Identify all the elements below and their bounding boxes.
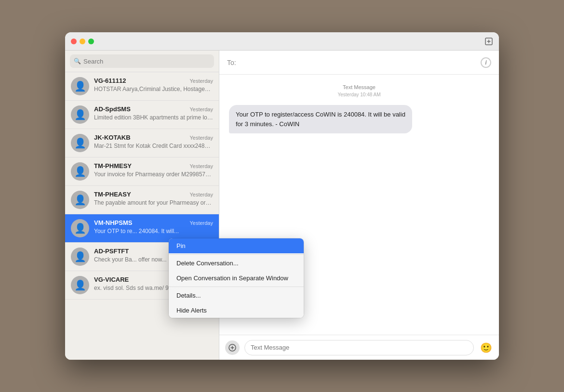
- person-icon: 👤: [74, 251, 86, 262]
- conversation-details: VG-611112 Yesterday HOTSTAR Aarya,Crimin…: [94, 77, 213, 93]
- sender-name: AD-SpdSMS: [94, 105, 131, 113]
- avatar: 👤: [71, 276, 89, 294]
- conversation-details: AD-SpdSMS Yesterday Limited edition 3BHK…: [94, 105, 213, 122]
- conversation-preview: Mar-21 Stmt for Kotak Credit Card xxxx24…: [94, 142, 213, 150]
- to-label: To:: [227, 59, 236, 66]
- sender-name: JK-KOTAKB: [94, 134, 131, 141]
- conversation-preview: Your invoice for Pharmeasy order M299857…: [94, 170, 213, 179]
- maximize-button[interactable]: [88, 39, 94, 44]
- traffic-lights: [71, 39, 94, 44]
- person-icon: 👤: [74, 279, 86, 291]
- avatar: 👤: [71, 248, 89, 266]
- title-bar: [65, 32, 499, 51]
- context-menu-item-details[interactable]: Details...: [169, 288, 304, 303]
- conversation-details: TM-PHEASY Yesterday The payable amount f…: [94, 191, 213, 207]
- search-wrapper: 🔍: [70, 54, 214, 68]
- list-item[interactable]: 👤 JK-KOTAKB Yesterday Mar-21 Stmt for Ko…: [65, 129, 219, 157]
- search-bar: 🔍: [65, 51, 219, 72]
- message-time-label: Yesterday 10:48 AM: [337, 92, 380, 97]
- conversation-time: Yesterday: [189, 135, 213, 141]
- list-item[interactable]: 👤 TM-PHEASY Yesterday The payable amount…: [65, 186, 219, 214]
- context-menu-divider: [169, 287, 304, 287]
- conversation-header: VG-611112 Yesterday: [94, 77, 213, 84]
- conversation-preview: HOTSTAR Aarya,Criminal Justice, Hostages…: [94, 85, 213, 93]
- sender-name: TM-PHMESY: [94, 162, 132, 170]
- conversation-header: TM-PHEASY Yesterday: [94, 191, 213, 198]
- compose-button[interactable]: [484, 37, 493, 46]
- emoji-button[interactable]: 🙂: [479, 340, 493, 355]
- conversation-details: JK-KOTAKB Yesterday Mar-21 Stmt for Kota…: [94, 134, 213, 150]
- conversation-time: Yesterday: [189, 192, 213, 197]
- sender-name: VG-611112: [94, 77, 126, 84]
- conversation-header: AD-SpdSMS Yesterday: [94, 105, 213, 113]
- person-icon: 👤: [74, 194, 86, 206]
- person-icon: 👤: [74, 166, 86, 177]
- message-input[interactable]: [244, 340, 474, 355]
- avatar: 👤: [71, 105, 89, 124]
- search-icon: 🔍: [74, 58, 81, 65]
- minimize-button[interactable]: [80, 39, 85, 44]
- person-icon: 👤: [74, 222, 86, 234]
- to-field: To:: [227, 59, 236, 66]
- sender-name: TM-PHEASY: [94, 191, 131, 198]
- conversation-details: TM-PHMESY Yesterday Your invoice for Pha…: [94, 162, 213, 179]
- close-button[interactable]: [71, 39, 77, 44]
- person-icon: 👤: [74, 137, 86, 149]
- conversation-details: VM-NHPSMS Yesterday Your OTP to re... 24…: [94, 219, 213, 235]
- avatar: 👤: [71, 191, 89, 209]
- conversation-time: Yesterday: [189, 78, 213, 84]
- conversation-time: Yesterday: [189, 220, 213, 226]
- list-item[interactable]: 👤 TM-PHMESY Yesterday Your invoice for P…: [65, 157, 219, 186]
- context-menu-item-pin[interactable]: Pin: [169, 238, 304, 253]
- context-menu-item-open-separate[interactable]: Open Conversation in Separate Window: [169, 271, 304, 286]
- conversation-header: TM-PHMESY Yesterday: [94, 162, 213, 170]
- conversation-time: Yesterday: [189, 163, 213, 169]
- list-item[interactable]: 👤 AD-SpdSMS Yesterday Limited edition 3B…: [65, 101, 219, 129]
- context-menu-item-hide-alerts[interactable]: Hide Alerts: [169, 303, 304, 318]
- person-icon: 👤: [74, 80, 86, 92]
- add-attachment-button[interactable]: [225, 340, 240, 355]
- chat-input-bar: 🙂: [219, 335, 499, 360]
- search-input[interactable]: [70, 54, 214, 68]
- context-menu: Pin Delete Conversation... Open Conversa…: [169, 238, 304, 318]
- message-bubble: Your OTP to register/access CoWIN is 240…: [229, 105, 412, 133]
- chat-header: To: i: [219, 51, 499, 75]
- context-menu-item-delete[interactable]: Delete Conversation...: [169, 256, 304, 271]
- main-content: 🔍 👤 VG-611112 Yesterday HOT: [65, 51, 499, 360]
- person-icon: 👤: [74, 109, 86, 120]
- messages-app-window: 🔍 👤 VG-611112 Yesterday HOT: [65, 32, 499, 360]
- avatar: 👤: [71, 134, 89, 152]
- conversation-time: Yesterday: [189, 106, 213, 112]
- sender-name: VM-NHPSMS: [94, 219, 132, 226]
- message-date-label: Text Message: [343, 84, 376, 90]
- avatar: 👤: [71, 219, 89, 237]
- context-menu-divider: [169, 254, 304, 255]
- avatar: 👤: [71, 162, 89, 181]
- conversation-preview: Limited edition 3BHK apartments at prime…: [94, 114, 213, 122]
- sender-name: VG-VICARE: [94, 276, 129, 283]
- conversation-header: JK-KOTAKB Yesterday: [94, 134, 213, 141]
- sidebar: 🔍 👤 VG-611112 Yesterday HOT: [65, 51, 219, 360]
- avatar: 👤: [71, 77, 89, 95]
- conversation-preview: Your OTP to re... 240084. It will...: [94, 227, 213, 235]
- sender-name: AD-PSFTFT: [94, 248, 129, 255]
- info-button[interactable]: i: [481, 57, 491, 68]
- list-item[interactable]: 👤 VG-611112 Yesterday HOTSTAR Aarya,Crim…: [65, 72, 219, 101]
- conversation-preview: The payable amount for your Pharmeasy or…: [94, 199, 213, 207]
- conversation-header: VM-NHPSMS Yesterday: [94, 219, 213, 226]
